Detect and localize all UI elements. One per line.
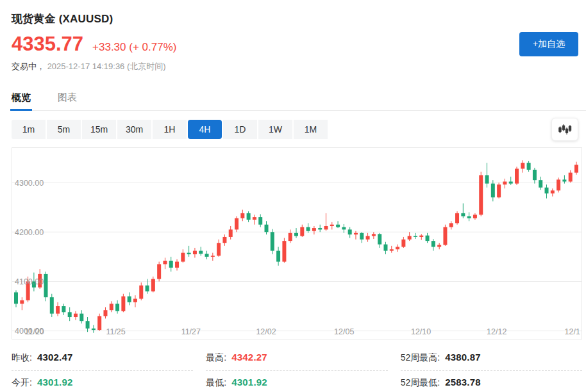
svg-text:12/02: 12/02 [256,327,276,336]
tab-overview[interactable]: 概览 [12,92,31,110]
stat-row: 最低:4301.92 [206,371,387,392]
svg-text:11/25: 11/25 [106,327,125,336]
timeframe-button-4h[interactable]: 4H [188,120,222,139]
chart-style-button[interactable] [551,118,578,141]
quote-page: 现货黄金 (XAUUSD) 4335.77 +33.30 (+ 0.77%) 交… [0,0,586,392]
svg-text:12/05: 12/05 [334,327,354,336]
price-row: 4335.77 +33.30 (+ 0.77%) [12,33,586,56]
last-price: 4335.77 [12,33,83,56]
stat-label: 52周最低: [401,377,440,389]
candlestick-chart[interactable]: 4300.004200.004100.004000.0011/2011/2511… [12,147,582,339]
timeframe-button-1m[interactable]: 1M [294,120,328,139]
stat-row: 52周最低:2583.78 [401,371,582,392]
add-watchlist-button[interactable]: +加自选 [519,32,578,56]
stat-value: 4342.27 [231,352,267,363]
page-title: 现货黄金 (XAUUSD) [12,12,586,26]
svg-text:11/27: 11/27 [181,327,201,336]
tab-bar: 概览 图表 [12,92,586,111]
stat-value: 4301.92 [231,377,267,388]
stat-label: 最高: [206,352,226,364]
timeframe-button-1m[interactable]: 1m [12,120,46,139]
timeframe-button-1h[interactable]: 1H [153,120,187,139]
svg-text:11/20: 11/20 [24,327,44,336]
price-change: +33.30 (+ 0.77%) [92,41,176,54]
stat-value: 4301.92 [37,377,73,388]
stat-row: 52周最高:4380.87 [401,346,582,371]
trading-state-label: 交易中， [12,61,45,71]
stat-label: 昨收: [12,352,32,364]
stat-row: 今开:4301.92 [12,371,193,392]
tab-chart[interactable]: 图表 [58,92,77,110]
timeframe-button-15m[interactable]: 15m [82,120,116,139]
timeframe-button-30m[interactable]: 30m [117,120,151,139]
stat-value: 2583.78 [445,377,481,388]
timeframe-bar: 1m5m15m30m1H4H1D1W1M [12,120,582,139]
stats-panel: 昨收:4302.47最高:4342.2752周最高:4380.87今开:4301… [12,346,582,392]
svg-text:4100.00: 4100.00 [15,277,44,286]
candlestick-icon [558,124,572,135]
svg-text:4300.00: 4300.00 [15,179,44,188]
timeframe-button-5m[interactable]: 5m [47,120,81,139]
svg-text:12/1: 12/1 [565,327,580,336]
timeframe-button-1w[interactable]: 1W [258,120,292,139]
stat-value: 4302.47 [37,352,73,363]
timeframe-button-1d[interactable]: 1D [223,120,257,139]
stat-row: 昨收:4302.47 [12,346,193,371]
stat-value: 4380.87 [445,352,481,363]
quote-timestamp: 2025-12-17 14:19:36 (北京时间) [47,61,166,71]
stat-label: 最低: [206,377,226,389]
svg-text:4200.00: 4200.00 [15,228,44,237]
stat-label: 今开: [12,377,32,389]
stat-label: 52周最高: [401,352,440,364]
svg-text:12/12: 12/12 [487,327,506,336]
candlestick-chart-canvas: 4300.004200.004100.004000.0011/2011/2511… [12,148,582,339]
market-status: 交易中， 2025-12-17 14:19:36 (北京时间) [12,61,586,72]
stat-row: 最高:4342.27 [206,346,387,371]
svg-text:12/10: 12/10 [411,327,431,336]
